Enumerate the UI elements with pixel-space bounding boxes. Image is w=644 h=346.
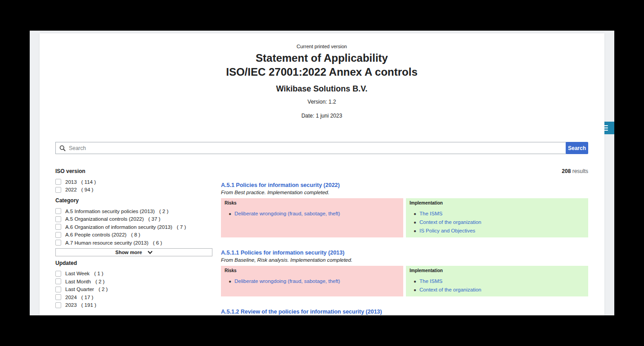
checkbox-last-week[interactable] (55, 271, 61, 277)
checkbox-a5-org-controls[interactable] (55, 216, 61, 222)
facet-option-a5-org-controls[interactable]: A.5 Organizational controls (2022) ( 37 … (55, 215, 212, 223)
implementation-item: ●The ISMS (414, 209, 585, 218)
facet-option-last-week[interactable]: Last Week ( 1 ) (55, 270, 212, 278)
result-subtitle: From Baseline, Risk analysis. Implementa… (221, 257, 588, 263)
current-version-label: Current printed version (55, 43, 588, 50)
risk-item: ●Deliberate wrongdoing (fraud, sabotage,… (229, 277, 400, 286)
search-icon (59, 145, 66, 151)
risk-link[interactable]: Deliberate wrongdoing (fraud, sabotage, … (234, 211, 340, 216)
facet-heading-iso-version: ISO version (55, 168, 212, 175)
results-column: 208 results A.5.1 Policies for informati… (221, 168, 588, 315)
page-title: Statement of Applicability ISO/IEC 27001… (55, 51, 588, 79)
filter-sidebar: ISO version 2013 ( 114 ) 2022 ( 94 ) Cat… (55, 168, 212, 315)
checkbox-2024[interactable] (55, 294, 61, 300)
implementation-item: ●Context of the organization (414, 286, 585, 294)
implementation-item: ●Context of the organization (414, 218, 585, 227)
implementation-link[interactable]: The ISMS (419, 278, 442, 284)
facet-option-a5-infosec-policies[interactable]: A.5 Information security policies (2013)… (55, 207, 212, 215)
search-button[interactable]: Search (566, 142, 588, 154)
result-card: A.5.1.2 Review of the policies for infor… (221, 307, 588, 315)
facet-heading-updated: Updated (55, 260, 212, 267)
main-content: ISO version 2013 ( 114 ) 2022 ( 94 ) Cat… (55, 168, 588, 315)
result-title-link[interactable]: A.5.1.2 Review of the policies for infor… (221, 309, 382, 315)
result-card: A.5.1.1 Policies for information securit… (221, 248, 588, 296)
show-more-button[interactable]: Show more (55, 248, 212, 256)
implementation-panel: Implementation ●The ISMS ●Context of the… (406, 198, 588, 237)
risk-link[interactable]: Deliberate wrongdoing (fraud, sabotage, … (234, 278, 340, 284)
facet-heading-category: Category (55, 197, 212, 204)
risks-panel: Risks ●Deliberate wrongdoing (fraud, sab… (221, 266, 403, 296)
chevron-down-icon (148, 250, 153, 254)
checkbox-a6-org-infosec[interactable] (55, 224, 61, 230)
facet-option-last-quarter[interactable]: Last Quarter ( 2 ) (55, 286, 212, 294)
result-subtitle: From Best practice. Implementation compl… (221, 190, 588, 196)
checkbox-2013[interactable] (55, 179, 61, 185)
search-bar: Search (55, 142, 588, 154)
facet-option-2022[interactable]: 2022 ( 94 ) (55, 186, 212, 194)
facet-option-2024[interactable]: 2024 ( 17 ) (55, 293, 212, 301)
implementation-item: ●The ISMS (414, 277, 585, 286)
document-header: Current printed version Statement of App… (55, 43, 588, 119)
result-title-link[interactable]: A.5.1.1 Policies for information securit… (221, 250, 344, 256)
results-count: 208 results (221, 168, 588, 175)
search-input-wrapper[interactable] (55, 142, 566, 154)
implementation-link[interactable]: The ISMS (419, 211, 442, 216)
facet-option-a6-people-controls[interactable]: A.6 People controls (2022) ( 8 ) (55, 231, 212, 239)
risks-panel: Risks ●Deliberate wrongdoing (fraud, sab… (221, 198, 403, 237)
checkbox-a7-human-resource[interactable] (55, 240, 61, 246)
risk-item: ●Deliberate wrongdoing (fraud, sabotage,… (229, 209, 400, 218)
version-label: Version: 1.2 (55, 99, 588, 105)
document: Current printed version Statement of App… (40, 33, 604, 315)
implementation-link[interactable]: Context of the organization (419, 287, 481, 292)
organization-name: Wikibase Solutions B.V. (55, 84, 588, 94)
facet-option-2013[interactable]: 2013 ( 114 ) (55, 178, 212, 186)
browser-viewport: Current printed version Statement of App… (30, 31, 614, 315)
checkbox-last-month[interactable] (55, 278, 61, 284)
checkbox-2023[interactable] (55, 302, 61, 308)
facet-option-a6-org-infosec[interactable]: A.6 Organization of information security… (55, 223, 212, 231)
facet-option-last-month[interactable]: Last Month ( 2 ) (55, 278, 212, 286)
page-title-line1: Statement of Applicability (55, 51, 588, 65)
implementation-item: ●IS Policy and Objectives (414, 227, 585, 235)
checkbox-last-quarter[interactable] (55, 287, 61, 292)
facet-option-2023[interactable]: 2023 ( 191 ) (55, 301, 212, 310)
checkbox-a5-infosec-policies[interactable] (55, 208, 61, 214)
result-card: A.5.1 Policies for information security … (221, 181, 588, 237)
checkbox-2022[interactable] (55, 187, 61, 193)
date-label: Date: 1 juni 2023 (55, 113, 588, 119)
result-title-link[interactable]: A.5.1 Policies for information security … (221, 182, 340, 189)
implementation-link[interactable]: Context of the organization (419, 219, 481, 225)
page-title-line2: ISO/IEC 27001:2022 Annex A controls (55, 65, 588, 79)
checkbox-a6-people-controls[interactable] (55, 232, 61, 238)
facet-option-a7-human-resource[interactable]: A.7 Human resource security (2013) ( 6 ) (55, 239, 212, 247)
implementation-link[interactable]: IS Policy and Objectives (419, 228, 475, 233)
search-input[interactable] (69, 145, 562, 151)
implementation-panel: Implementation ●The ISMS ●Context of the… (406, 266, 588, 296)
